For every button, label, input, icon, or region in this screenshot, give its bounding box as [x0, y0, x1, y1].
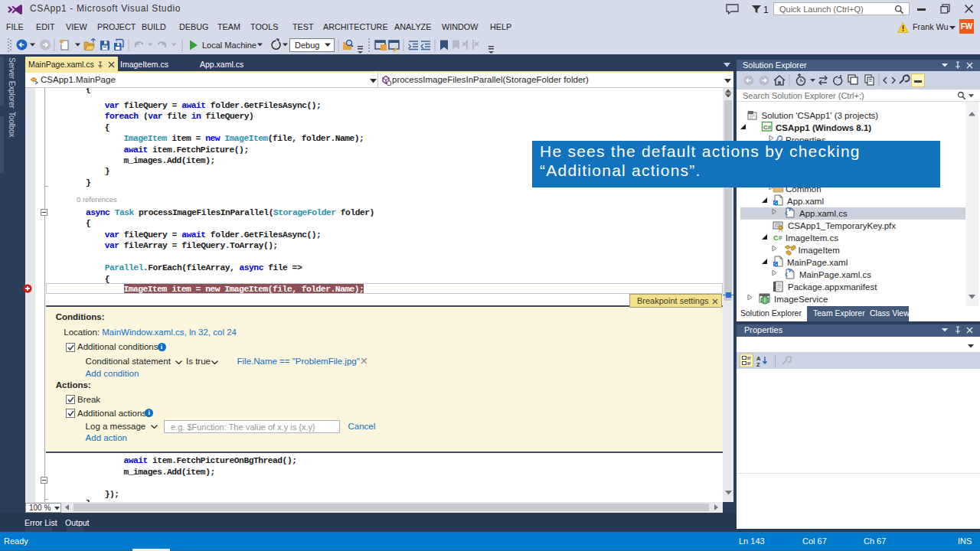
svg-text:C#: C#: [763, 124, 772, 131]
svg-text:1: 1: [763, 5, 769, 15]
svg-text:Z: Z: [756, 361, 760, 367]
svg-text:C#: C#: [773, 234, 782, 242]
svg-text:Local Machine: Local Machine: [202, 41, 256, 50]
svg-text:Debug: Debug: [295, 41, 319, 50]
